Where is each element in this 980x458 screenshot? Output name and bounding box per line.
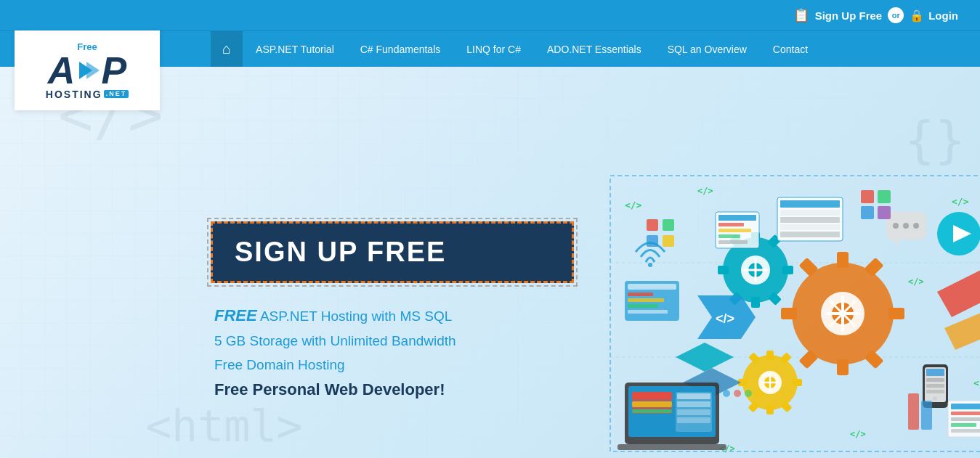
signup-banner-text: SIGN UP FREE (235, 237, 550, 268)
nav-home[interactable]: ⌂ (211, 31, 243, 68)
svg-rect-131 (921, 401, 932, 430)
svg-point-57 (893, 223, 899, 229)
svg-text:</>: </> (973, 377, 980, 388)
svg-point-128 (745, 390, 752, 397)
hero-line1-rest: ASP.NET Hosting with MS SQL (257, 308, 453, 324)
svg-rect-87 (677, 417, 710, 423)
svg-text:</>: </> (625, 200, 642, 210)
hero-left: SIGN UP FREE FREE ASP.NET Hosting with M… (211, 221, 574, 406)
nav-csharp-fundamentals[interactable]: C# Fundamentals (347, 31, 454, 68)
svg-rect-118 (780, 232, 840, 237)
top-bar: 📋 Sign Up Free or 🔒 Login (0, 0, 980, 30)
header: Free A P HOSTING .NET ⌂ ASP.NET Tutorial… (0, 30, 980, 67)
signup-page-icon: 📋 (793, 7, 809, 23)
svg-rect-75 (628, 304, 658, 308)
svg-marker-64 (944, 310, 980, 350)
svg-text:</>: </> (697, 186, 713, 196)
svg-rect-33 (782, 266, 793, 274)
svg-rect-84 (677, 393, 710, 399)
nav-sql[interactable]: SQL an Overview (655, 31, 760, 68)
svg-point-59 (913, 223, 919, 229)
svg-text:</>: </> (952, 196, 969, 207)
login-button[interactable]: 🔒 Login (910, 9, 958, 23)
svg-rect-98 (926, 369, 944, 376)
logo-letter-p: P (101, 52, 126, 89)
svg-rect-80 (632, 392, 672, 399)
svg-rect-115 (780, 210, 840, 216)
svg-point-102 (933, 396, 937, 401)
logo-arrow-icon (76, 56, 100, 85)
signup-label: Sign Up Free (815, 9, 883, 22)
svg-rect-116 (780, 217, 840, 223)
svg-marker-65 (676, 343, 734, 372)
svg-rect-112 (878, 206, 891, 219)
svg-rect-73 (628, 293, 653, 296)
svg-rect-104 (718, 215, 756, 221)
svg-rect-86 (677, 409, 710, 415)
svg-rect-46 (793, 379, 802, 386)
nav-linq[interactable]: LINQ for C# (453, 31, 534, 68)
nav-aspnet-tutorial[interactable]: ASP.NET Tutorial (243, 31, 347, 68)
svg-rect-124 (951, 423, 976, 427)
svg-rect-74 (628, 298, 664, 302)
svg-rect-125 (951, 429, 980, 433)
svg-rect-82 (632, 409, 672, 413)
svg-rect-34 (718, 266, 729, 274)
svg-rect-114 (780, 200, 840, 208)
svg-marker-63 (937, 270, 980, 317)
svg-point-127 (734, 390, 741, 397)
svg-rect-108 (718, 240, 748, 244)
svg-rect-100 (926, 384, 944, 388)
hero-illustration: </> </> </> </> </> </> </> </> (603, 168, 980, 458)
svg-rect-106 (718, 229, 751, 232)
svg-rect-110 (878, 190, 891, 203)
svg-rect-109 (861, 190, 874, 203)
svg-rect-88 (617, 444, 726, 450)
svg-rect-105 (718, 223, 744, 226)
svg-point-58 (903, 223, 909, 229)
tech-svg: </> </> </> </> </> </> </> </> (603, 168, 980, 458)
nav-adonet[interactable]: ADO.NET Essentials (534, 31, 655, 68)
svg-rect-85 (677, 401, 710, 407)
svg-rect-19 (781, 308, 797, 319)
hero-content: SIGN UP FREE FREE ASP.NET Hosting with M… (0, 147, 980, 458)
svg-rect-70 (663, 235, 674, 247)
hero-section: </> <html> {} SIGN UP FREE FREE ASP.NET … (0, 67, 980, 458)
svg-text:</>: </> (908, 277, 924, 287)
svg-text:</>: </> (716, 311, 734, 326)
svg-rect-16 (837, 252, 849, 268)
svg-rect-123 (951, 417, 980, 421)
hero-free-bold: FREE (214, 306, 257, 324)
or-separator: or (888, 7, 904, 23)
signup-banner[interactable]: SIGN UP FREE (211, 221, 574, 283)
svg-rect-44 (766, 351, 774, 360)
logo-letter-a: A (48, 52, 76, 89)
svg-marker-60 (894, 240, 899, 247)
svg-marker-1 (86, 62, 100, 79)
svg-point-126 (723, 390, 730, 397)
gear-large-orange (781, 252, 904, 375)
svg-rect-99 (926, 378, 944, 382)
nav-contact[interactable]: Contact (760, 31, 821, 68)
top-bar-actions: 📋 Sign Up Free or 🔒 Login (793, 7, 958, 23)
logo-dot-net: .NET (104, 90, 129, 98)
login-label: Login (928, 9, 958, 22)
hero-line-3: Free Domain Hosting (214, 356, 574, 375)
lock-icon: 🔒 (910, 9, 924, 23)
hero-line-4: Free Personal Web Developer! (214, 379, 574, 401)
svg-text:</>: </> (850, 429, 866, 439)
svg-rect-117 (780, 224, 840, 230)
hero-text: FREE ASP.NET Hosting with MS SQL 5 GB St… (211, 305, 574, 401)
logo[interactable]: Free A P HOSTING .NET (15, 30, 160, 110)
svg-rect-67 (647, 219, 658, 231)
signup-button[interactable]: Sign Up Free (815, 9, 883, 22)
logo-inner: Free A P HOSTING .NET (46, 42, 129, 99)
svg-rect-17 (837, 359, 849, 375)
svg-rect-45 (766, 405, 774, 414)
hero-line-2: 5 GB Storage with Unlimited Bandwidth (214, 332, 574, 351)
svg-rect-121 (951, 404, 980, 409)
svg-point-129 (756, 390, 763, 397)
svg-rect-72 (628, 284, 676, 290)
hero-line-1: FREE ASP.NET Hosting with MS SQL (214, 305, 574, 327)
svg-rect-81 (632, 401, 672, 407)
